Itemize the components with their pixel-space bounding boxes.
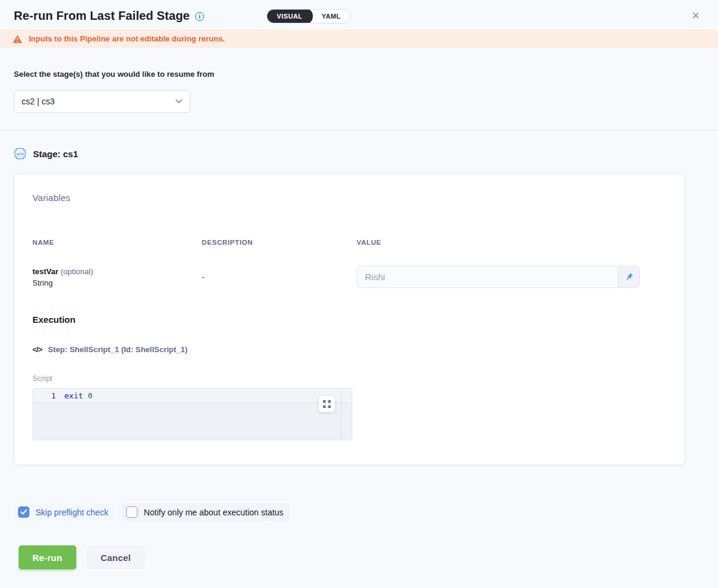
checkbox-checked-icon — [18, 506, 29, 518]
stage-select-label: Select the stage(s) that you would like … — [14, 70, 704, 79]
script-field-label: Script — [32, 374, 666, 383]
warning-text: Inputs to this Pipeline are not editable… — [29, 34, 225, 43]
toggle-visual[interactable]: VISUAL — [267, 9, 313, 23]
expand-editor-button[interactable] — [319, 396, 335, 412]
chevron-down-icon — [175, 99, 183, 104]
variable-row: testVar (optional) String - Rishi — [32, 266, 666, 288]
column-header-value: VALUE — [357, 239, 640, 246]
input-type-selector[interactable] — [618, 266, 639, 287]
custom-stage-icon: </> — [14, 148, 26, 160]
variable-value-input[interactable]: Rishi — [357, 266, 640, 288]
editor-scrollbar[interactable] — [341, 389, 342, 440]
variables-table-header: NAME DESCRIPTION VALUE — [32, 239, 666, 246]
variable-description: - — [192, 272, 357, 282]
column-header-name: NAME — [32, 239, 192, 246]
code-number: 0 — [83, 391, 92, 400]
dialog-title: Re-run From Last Failed Stage — [14, 9, 190, 23]
code-keyword: exit — [64, 391, 83, 400]
execution-section-title: Execution — [32, 314, 666, 325]
cancel-button[interactable]: Cancel — [87, 545, 145, 569]
code-step-icon: </> — [32, 345, 42, 354]
column-header-description: DESCRIPTION — [192, 239, 357, 246]
visual-yaml-toggle: VISUAL YAML — [267, 9, 351, 23]
options-row: Skip preflight check Notify only me abou… — [14, 503, 704, 521]
stage-select-section: Select the stage(s) that you would like … — [0, 48, 718, 130]
toggle-yaml[interactable]: YAML — [312, 9, 351, 23]
stage-title: Stage: cs1 — [33, 149, 78, 159]
variable-value-text: Rishi — [357, 266, 618, 287]
svg-text:</>: </> — [16, 152, 23, 157]
step-heading: </> Step: ShellScript_1 (Id: ShellScript… — [32, 345, 666, 354]
dialog-header: Re-run From Last Failed Stage i VISUAL Y… — [0, 0, 718, 29]
dialog-footer: Re-run Cancel — [19, 545, 704, 569]
info-icon[interactable]: i — [195, 12, 204, 21]
code-line: 1 exit 0 — [33, 389, 352, 403]
notify-only-me-label: Notify only me about execution status — [143, 508, 283, 517]
pin-icon — [624, 272, 634, 282]
stage-heading: </> Stage: cs1 — [14, 148, 704, 160]
variable-type: String — [32, 278, 192, 287]
warning-banner: Inputs to this Pipeline are not editable… — [0, 29, 718, 48]
step-label: Step: ShellScript_1 (Id: ShellScript_1) — [48, 345, 188, 354]
notify-only-me-checkbox[interactable]: Notify only me about execution status — [122, 503, 289, 521]
variable-optional-tag: (optional) — [61, 267, 93, 276]
script-code-editor[interactable]: 1 exit 0 — [32, 388, 352, 440]
stage-select-dropdown[interactable]: cs2 | cs3 — [14, 90, 190, 113]
variable-name-cell: testVar (optional) String — [32, 267, 192, 287]
warning-icon — [13, 35, 22, 43]
stage-form-card: Variables NAME DESCRIPTION VALUE testVar… — [14, 173, 685, 465]
rerun-button[interactable]: Re-run — [19, 545, 76, 569]
skip-preflight-checkbox[interactable]: Skip preflight check — [14, 503, 114, 521]
checkbox-unchecked-icon — [126, 506, 137, 518]
variables-section-title: Variables — [32, 193, 666, 203]
skip-preflight-label: Skip preflight check — [35, 508, 108, 517]
close-icon[interactable]: ✕ — [688, 8, 704, 23]
expand-icon — [323, 400, 331, 408]
stage-select-value: cs2 | cs3 — [22, 97, 175, 106]
variable-name: testVar — [32, 267, 58, 276]
line-number: 1 — [33, 391, 64, 400]
